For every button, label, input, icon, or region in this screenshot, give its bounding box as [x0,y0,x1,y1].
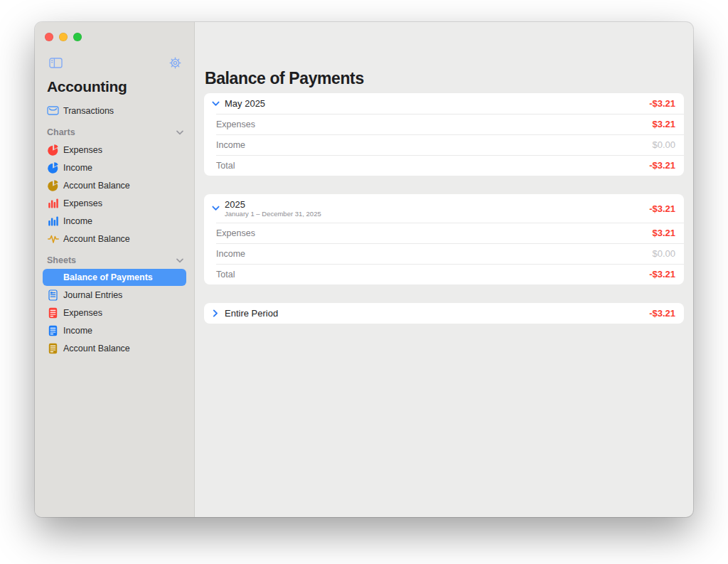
period-card-may-2025: May 2025 -$3.21 Expenses $3.21 Income $0… [204,93,684,176]
table-row: Total -$3.21 [204,264,684,284]
pie-chart-icon [47,180,59,191]
row-label: Total [216,270,235,280]
row-label: Income [216,140,245,150]
sidebar-item-transactions[interactable]: Transactions [35,102,194,119]
window-controls [35,29,194,41]
minimize-button[interactable] [59,33,68,41]
sidebar-item-journal-entries[interactable]: Journal Entries [35,286,194,304]
table-row: Income $0.00 [204,134,684,155]
period-header[interactable]: May 2025 -$3.21 [204,93,684,114]
row-label: Expenses [216,228,255,238]
document-icon [47,343,59,354]
chevron-down-icon[interactable] [211,206,220,211]
period-card-entire-period: Entire Period -$3.21 [204,303,684,324]
row-value: -$3.21 [649,160,675,171]
sidebar-item-expenses-sheet[interactable]: Expenses [35,304,194,321]
sidebar-item-account-balance-sheet[interactable]: Account Balance [35,339,194,357]
table-row: Total -$3.21 [204,155,684,176]
sidebar-item-expenses-bar[interactable]: Expenses [35,194,194,212]
sidebar-item-label: Account Balance [63,181,130,191]
envelope-icon [47,106,59,115]
sidebar-item-label: Journal Entries [63,290,122,300]
sidebar-item-label: Balance of Payments [63,272,153,282]
sidebar-item-label: Income [63,163,92,173]
ecg-line-icon [47,234,59,244]
row-value: $0.00 [652,139,675,150]
row-label: Total [216,161,235,171]
period-total-value: -$3.21 [649,203,675,214]
sidebar-item-label: Expenses [63,198,102,208]
period-header[interactable]: Entire Period -$3.21 [204,303,684,324]
section-label: Charts [47,127,75,137]
period-total-value: -$3.21 [649,98,675,109]
pie-chart-icon [47,162,59,174]
table-row: Income $0.00 [204,243,684,264]
period-subtitle: January 1 – December 31, 2025 [225,210,321,218]
period-title: 2025 [225,199,321,210]
document-outline-icon [47,289,59,301]
period-title: Entire Period [225,308,278,319]
document-icon [47,307,59,319]
sidebar-item-expenses-pie[interactable]: Expenses [35,141,194,159]
close-button[interactable] [45,33,53,41]
chevron-right-icon[interactable] [211,309,220,317]
sidebar-item-label: Account Balance [63,344,130,353]
row-value: $3.21 [652,119,675,129]
bar-chart-icon [47,198,59,208]
content-area: Balance of Payments May 2025 -$3.21 Expe… [195,22,693,517]
sidebar-item-account-balance-pie[interactable]: Account Balance [35,176,194,194]
sidebar: Accounting Transactions Charts [35,22,195,517]
sidebar-item-label: Expenses [63,308,102,318]
sidebar-item-label: Account Balance [63,234,130,244]
chevron-down-icon[interactable] [176,255,183,265]
app-window: Accounting Transactions Charts [35,22,693,517]
row-label: Income [216,249,245,259]
sidebar-section-charts[interactable]: Charts [35,123,194,141]
row-value: $0.00 [652,248,675,259]
section-label: Sheets [47,255,76,265]
row-value: -$3.21 [649,269,675,280]
chevron-down-icon[interactable] [176,127,183,137]
app-title: Accounting [35,69,194,102]
sidebar-item-label: Income [63,216,92,226]
sidebar-item-account-balance-ecg[interactable]: Account Balance [35,230,194,248]
period-title: May 2025 [225,98,265,109]
sidebar-item-income-sheet[interactable]: Income [35,321,194,339]
sidebar-toolbar [35,41,194,69]
gear-icon[interactable] [169,57,181,69]
sidebar-toggle-icon[interactable] [49,58,63,68]
bar-chart-icon [47,216,59,226]
row-value: $3.21 [652,228,675,238]
sidebar-section-sheets[interactable]: Sheets [35,251,194,269]
table-row: Expenses $3.21 [204,114,684,134]
period-header[interactable]: 2025 January 1 – December 31, 2025 -$3.2… [204,194,684,223]
table-row: Expenses $3.21 [204,223,684,243]
pie-chart-icon [47,144,59,156]
period-card-2025: 2025 January 1 – December 31, 2025 -$3.2… [204,194,684,284]
row-label: Expenses [216,119,255,129]
sidebar-item-label: Expenses [63,145,102,155]
sidebar-item-income-pie[interactable]: Income [35,159,194,176]
page-title: Balance of Payments [205,69,684,87]
chevron-down-icon[interactable] [211,101,220,107]
sidebar-item-label: Transactions [63,106,114,116]
sidebar-item-label: Income [63,326,92,336]
document-icon [47,325,59,336]
sidebar-item-balance-of-payments[interactable]: Balance of Payments [43,269,186,286]
sidebar-item-income-bar[interactable]: Income [35,212,194,230]
zoom-button[interactable] [73,33,82,41]
period-total-value: -$3.21 [649,308,675,319]
